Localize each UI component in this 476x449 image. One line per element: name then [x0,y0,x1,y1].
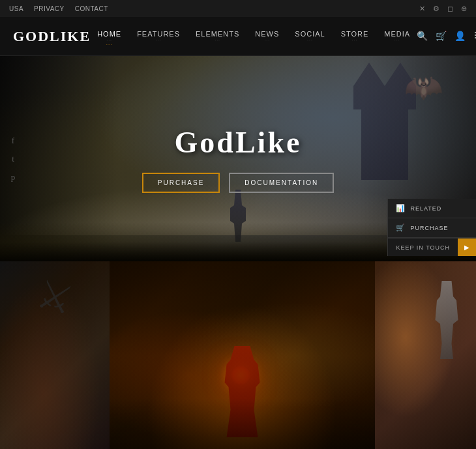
pinterest-sidebar-icon[interactable]: p [8,172,18,182]
gallery-section: ⚔ [0,261,476,449]
top-bar-nav: USA Privacy Contact [9,5,108,12]
gallery-item-1: ⚔ [0,261,110,449]
nav-store[interactable]: Store ··· [335,26,376,46]
main-nav: GodLike Home ··· Features ··· Elements ·… [0,17,476,56]
hero-title: GodLike [175,125,302,160]
instagram-topbar-icon[interactable]: ◻ [447,5,453,13]
purchase-panel-item[interactable]: 🛒 Purchase [388,218,476,238]
keep-in-touch-button[interactable]: ▶ [458,239,476,256]
top-bar: USA Privacy Contact ✕ ⚙ ◻ ⊕ [0,0,476,17]
floating-panel: 📊 Related 🛒 Purchase Keep in Touch ▶ [387,199,476,256]
twitter-sidebar-icon[interactable]: t [8,154,18,164]
nav-icon-group: 🔍 🛒 👤 ⠿ [417,31,476,42]
nav-media[interactable]: Media ··· [378,26,417,46]
settings-topbar-icon[interactable]: ⚙ [433,5,439,13]
social-sidebar: f t p [8,136,18,182]
topbar-contact[interactable]: Contact [75,5,108,12]
nav-links: Home ··· Features ··· Elements ··· News … [91,26,417,46]
knight-scene [375,261,476,449]
nav-home[interactable]: Home ··· [91,26,128,46]
keep-in-touch-label: Keep in Touch [388,239,458,256]
cart-icon[interactable]: 🛒 [436,31,447,42]
topbar-privacy[interactable]: Privacy [34,5,65,12]
nav-news[interactable]: News ··· [248,26,286,46]
menu-grid-icon[interactable]: ⠿ [473,31,476,42]
user-icon[interactable]: 👤 [454,31,466,42]
site-logo: GodLike [13,28,91,45]
twitter-topbar-icon[interactable]: ✕ [419,5,425,13]
related-icon: 📊 [396,204,405,212]
documentation-button[interactable]: Documentation [229,173,334,193]
army-silhouettes [110,398,375,449]
gallery-item-2 [110,261,375,449]
nav-elements[interactable]: Elements ··· [189,26,246,46]
related-label: Related [410,205,441,212]
gallery-item-3 [375,261,476,449]
search-icon[interactable]: 🔍 [417,31,428,42]
hero-buttons: Purchase Documentation [142,173,334,193]
nav-features[interactable]: Features ··· [130,26,186,46]
topbar-usa[interactable]: USA [9,5,23,12]
top-bar-social: ✕ ⚙ ◻ ⊕ [419,5,467,13]
purchase-button[interactable]: Purchase [142,173,220,193]
related-panel-item[interactable]: 📊 Related [388,199,476,218]
purchase-panel-label: Purchase [410,225,448,231]
nav-social[interactable]: Social ··· [288,26,331,46]
purchase-panel-icon: 🛒 [396,224,405,232]
link-topbar-icon[interactable]: ⊕ [461,5,467,13]
keep-in-touch-bar: Keep in Touch ▶ [388,238,476,256]
facebook-sidebar-icon[interactable]: f [8,136,18,146]
